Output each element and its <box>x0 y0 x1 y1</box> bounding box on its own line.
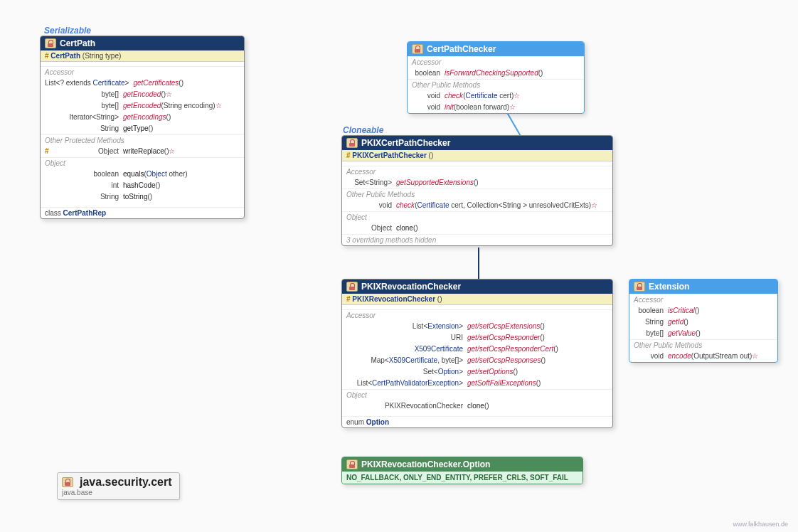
method-row: Map<X509Certificate, byte[]>get/setOcspR… <box>342 355 612 366</box>
method-row: voidencode (OutputStream out) ☆ <box>629 351 777 362</box>
method-name[interactable]: get/setOcspResponses <box>467 356 541 366</box>
method-params: () <box>683 317 688 327</box>
ret-type: List<Extension> <box>346 321 467 331</box>
method-params: (String encoding) <box>161 101 215 111</box>
method-name[interactable]: getId <box>668 317 683 327</box>
method-params: () <box>179 78 183 88</box>
class-title: PKIXCertPathChecker <box>361 138 450 148</box>
constructor-row: # PKIXCertPathChecker () <box>342 150 612 161</box>
method-name[interactable]: isForwardCheckingSupported <box>445 68 538 78</box>
ret-type: void <box>346 201 396 211</box>
cert-icon <box>346 459 358 469</box>
section-object: Object <box>342 389 612 400</box>
throws-icon: ☆ <box>169 147 175 156</box>
method-name[interactable]: get/setOcspExtensions <box>467 321 540 331</box>
ret-type: Set<String> <box>346 178 396 188</box>
method-params: (boolean forward) <box>454 102 509 112</box>
visibility-hash: # <box>45 147 52 156</box>
class-title: PKIXRevocationChecker <box>361 282 461 292</box>
method-row: booleanisForwardCheckingSupported () <box>408 68 584 79</box>
method-params: () <box>553 344 558 354</box>
method-name[interactable]: getSupportedExtensions <box>396 178 474 188</box>
class-title: PKIXRevocationChecker.Option <box>361 459 490 469</box>
method-row: Objectclone () <box>342 223 612 234</box>
method-name[interactable]: getSoftFailExceptions <box>467 378 536 388</box>
method-params: () <box>166 112 171 122</box>
ret-type: void <box>634 351 668 361</box>
method-name[interactable]: get/setOptions <box>467 367 513 377</box>
method-row: byte[]getEncoded (String encoding) ☆ <box>41 100 244 112</box>
ret-type: Map<X509Certificate, byte[]> <box>346 356 467 366</box>
method-name[interactable]: getEncoded <box>123 101 161 111</box>
method-row: PKIXRevocationCheckerclone () <box>342 400 612 412</box>
class-pkixrevocationchecker: PKIXRevocationChecker # PKIXRevocationCh… <box>341 279 613 428</box>
method-row: booleanequals (Object other) <box>41 169 244 180</box>
method-row: X509Certificateget/setOcspResponderCert … <box>342 344 612 355</box>
method-name[interactable]: get/setOcspResponder <box>467 333 540 343</box>
ret-type: int <box>45 181 123 191</box>
class-header: PKIXRevocationChecker.Option <box>342 457 582 472</box>
watermark: www.falkhausen.de <box>733 521 788 528</box>
class-title: CertPath <box>60 38 95 48</box>
ret-type: URI <box>346 333 467 343</box>
method-name[interactable]: clone <box>396 223 413 233</box>
ret-type: Set<Option> <box>346 367 467 377</box>
method-name[interactable]: isCritical <box>668 306 695 316</box>
method-row: URIget/setOcspResponder () <box>342 332 612 344</box>
method-params: (Certificate cert, Collection<String > u… <box>415 201 591 211</box>
method-row: StringtoString () <box>41 191 244 203</box>
method-name[interactable]: writeReplace <box>123 147 164 156</box>
method-name[interactable]: getEncoded <box>123 90 161 100</box>
class-certpath: CertPath # CertPath (String type) Access… <box>40 36 245 219</box>
method-name[interactable]: getValue <box>668 329 696 339</box>
method-name[interactable]: equals <box>123 169 144 179</box>
method-params: () <box>413 223 418 233</box>
section-accessor: Accessor <box>408 56 584 68</box>
method-name[interactable]: get/setOcspResponderCert <box>467 344 553 354</box>
method-name[interactable]: check <box>396 201 415 211</box>
method-params: () <box>695 306 700 316</box>
method-name[interactable]: clone <box>467 401 484 411</box>
enum-option: PKIXRevocationChecker.Option NO_FALLBACK… <box>341 457 583 484</box>
ret-type: String <box>634 317 668 327</box>
method-name[interactable]: init <box>445 102 454 112</box>
method-name[interactable]: check <box>445 91 463 101</box>
method-row: StringgetType () <box>41 123 244 134</box>
ctor-name[interactable]: PKIXCertPathChecker <box>352 151 426 159</box>
method-params: () <box>696 329 701 339</box>
ctor-name[interactable]: PKIXRevocationChecker <box>352 295 435 303</box>
ret-type: boolean <box>634 306 668 316</box>
throws-icon: ☆ <box>509 102 516 112</box>
method-row: Iterator<String>getEncodings () <box>41 112 244 123</box>
class-header: CertPath <box>41 36 244 50</box>
ret-type: String <box>45 192 123 202</box>
ret-type: void <box>412 91 445 101</box>
class-header: Extension <box>629 280 777 294</box>
throws-icon: ☆ <box>591 201 597 211</box>
constructor-row: # PKIXRevocationChecker () <box>342 294 612 305</box>
cert-icon <box>634 282 645 292</box>
method-name[interactable]: getCertificates <box>133 78 179 88</box>
connector-pkix-rev <box>478 248 479 282</box>
method-row: booleanisCritical () <box>629 305 777 316</box>
method-name[interactable]: hashCode <box>123 181 156 191</box>
visibility-hash: # <box>346 151 351 159</box>
class-header: PKIXCertPathChecker <box>342 136 612 150</box>
method-params: () <box>538 68 543 78</box>
method-name[interactable]: getEncodings <box>123 112 166 122</box>
inner-class-row: class CertPathRep <box>41 207 244 218</box>
method-name[interactable]: getType <box>123 124 149 134</box>
method-name[interactable]: toString <box>123 192 147 202</box>
method-row: byte[]getValue () <box>629 328 777 339</box>
method-params: () <box>540 333 545 343</box>
enum-constants: NO_FALLBACK, ONLY_END_ENTITY, PREFER_CRL… <box>342 472 582 484</box>
ret-type: byte[] <box>634 329 668 339</box>
method-params: () <box>536 378 541 388</box>
throws-icon: ☆ <box>166 90 172 100</box>
method-name[interactable]: encode <box>668 351 691 361</box>
ret-type: Object <box>52 147 123 156</box>
tag-cloneable: Cloneable <box>343 125 383 135</box>
ctor-name[interactable]: CertPath <box>50 52 80 60</box>
cert-icon <box>45 38 56 48</box>
ret-type: List<? extends Certificate> <box>45 78 133 88</box>
